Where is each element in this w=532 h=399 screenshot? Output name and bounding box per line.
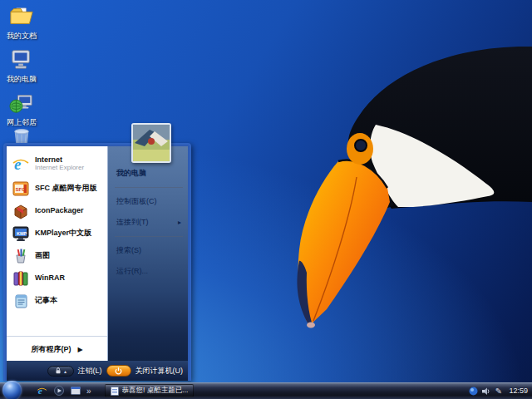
lock-button[interactable]: ▴	[47, 366, 74, 377]
logoff-label: 注销(L)	[78, 366, 102, 377]
item-label: 运行(R)...	[116, 266, 148, 277]
start-menu-item-control-panel[interactable]: 控制面板(C)	[115, 191, 183, 212]
taskbar-task-button[interactable]: 恭喜您! 桌酷主题已...	[105, 384, 195, 397]
svg-text:KMP: KMP	[17, 230, 27, 235]
desktop-icon-network-places[interactable]: 网上邻居	[0, 89, 48, 128]
separator	[115, 236, 183, 237]
internet-explorer-icon: e	[12, 155, 30, 174]
start-menu-left-column: e Internet Internet Explorer	[7, 146, 108, 361]
desktop-icon-label: 我的电脑	[7, 74, 37, 85]
start-menu-item-connect-to[interactable]: 连接到(T) ▸	[115, 212, 183, 233]
item-label: 我的电脑	[116, 168, 146, 179]
tray-volume-icon[interactable]	[481, 387, 490, 396]
tray-input-method-pen-icon[interactable]: ✎	[494, 387, 503, 396]
all-programs-label: 所有程序(P)	[31, 344, 71, 355]
item-label: SFC 桌酷网专用版	[35, 185, 97, 193]
start-menu-item-internet[interactable]: e Internet Internet Explorer	[7, 151, 107, 177]
start-menu: e Internet Internet Explorer	[3, 143, 191, 381]
network-places-icon	[8, 89, 35, 116]
start-menu-item-search[interactable]: 搜索(S)	[115, 240, 183, 261]
lock-dropdown-arrow-icon: ▴	[64, 368, 66, 374]
my-computer-icon	[8, 46, 35, 72]
start-menu-item-notepad[interactable]: 记事本	[7, 289, 107, 312]
system-tray: ✎ 12:59	[469, 387, 532, 396]
svg-text:e: e	[38, 386, 42, 396]
start-menu-item-winrar[interactable]: WinRAR	[7, 267, 107, 289]
quick-launch-bar: e »	[37, 386, 91, 397]
start-menu-item-iconpackager[interactable]: IconPackager	[7, 200, 107, 222]
start-menu-item-run[interactable]: 运行(R)...	[115, 261, 183, 282]
submenu-arrow-icon: ▸	[178, 219, 181, 226]
user-account-picture[interactable]	[131, 123, 171, 163]
shutdown-label: 关闭计算机(U)	[135, 366, 184, 377]
item-sublabel: Internet Explorer	[35, 165, 84, 172]
paint-icon	[12, 247, 30, 265]
tray-network-icon[interactable]	[469, 387, 478, 396]
separator	[115, 187, 183, 188]
desktop-icon-my-computer[interactable]: 我的电脑	[0, 46, 48, 85]
iconpackager-icon	[12, 202, 30, 220]
quick-launch-internet-explorer-icon[interactable]: e	[37, 386, 47, 397]
start-button[interactable]	[2, 381, 22, 399]
winrar-icon	[12, 269, 30, 288]
notepad-icon	[12, 292, 30, 310]
start-menu-item-kmplayer[interactable]: KMP KMPlayer中文版	[7, 222, 107, 244]
power-icon	[114, 367, 123, 376]
start-menu-right-column: 我的电脑 控制面板(C) 连接到(T) ▸ 搜索(S) 运行(R)...	[108, 146, 188, 361]
my-documents-icon	[8, 2, 35, 29]
svg-text:e: e	[14, 155, 22, 173]
all-programs-button[interactable]: 所有程序(P) ▶	[7, 336, 107, 357]
sfc-icon: SFC	[12, 180, 30, 198]
start-menu-item-my-computer[interactable]: 我的电脑	[115, 163, 183, 184]
shutdown-button[interactable]	[106, 365, 131, 377]
item-label: 画图	[35, 252, 50, 260]
notepad-window-icon	[111, 387, 119, 396]
desktop-icon-label: 我的文档	[7, 31, 37, 42]
start-menu-item-sfc[interactable]: SFC SFC 桌酷网专用版	[7, 177, 107, 200]
taskbar: e » 恭喜您! 桌酷主题已...	[0, 382, 532, 399]
item-label: 搜索(S)	[116, 245, 141, 256]
kmplayer-icon: KMP	[12, 224, 30, 243]
lock-icon	[54, 367, 62, 375]
item-label: KMPlayer中文版	[35, 229, 91, 238]
taskbar-clock[interactable]: 12:59	[509, 387, 528, 395]
item-label: WinRAR	[35, 274, 65, 283]
quick-launch-explorer-icon[interactable]	[70, 386, 81, 397]
item-label: 记事本	[35, 297, 57, 305]
quick-launch-overflow-chevron[interactable]: »	[86, 387, 91, 396]
quick-launch-media-player-icon[interactable]	[53, 386, 64, 397]
item-label: 连接到(T)	[116, 217, 149, 228]
task-button-label: 恭喜您! 桌酷主题已...	[122, 386, 189, 396]
desktop-icon-my-documents[interactable]: 我的文档	[0, 2, 48, 42]
item-label: IconPackager	[35, 207, 84, 215]
item-label: 控制面板(C)	[116, 196, 157, 207]
all-programs-arrow-icon: ▶	[77, 346, 82, 353]
start-menu-item-paint[interactable]: 画图	[7, 244, 107, 267]
start-menu-bottom-bar: ▴ 注销(L) 关闭计算机(U)	[7, 361, 188, 381]
desktop-wallpaper: 我的文档 我的电脑 网上邻居	[0, 0, 532, 399]
